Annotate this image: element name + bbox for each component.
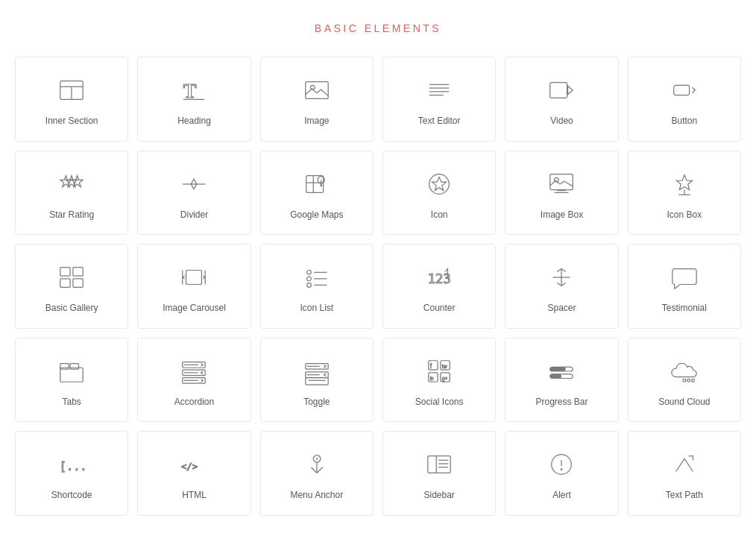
google-maps-icon (300, 168, 333, 201)
button-label: Button (671, 116, 697, 127)
svg-rect-84 (428, 456, 450, 473)
card-image[interactable]: Image (260, 57, 374, 142)
shortcode-label: Shortcode (51, 490, 92, 502)
svg-text:tw: tw (442, 364, 447, 369)
video-label: Video (550, 116, 573, 127)
card-tabs[interactable]: Tabs (15, 338, 128, 423)
svg-text:f: f (430, 362, 432, 370)
star-rating-icon (55, 168, 88, 201)
card-shortcode[interactable]: [...]Shortcode (15, 431, 128, 516)
card-testimonial[interactable]: Testimonial (628, 244, 741, 329)
card-accordion[interactable]: Accordion (137, 338, 251, 423)
card-basic-gallery[interactable]: Basic Gallery (15, 244, 128, 329)
video-icon (545, 74, 578, 107)
tabs-icon (55, 355, 88, 388)
svg-rect-5 (306, 82, 328, 99)
html-label: HTML (182, 490, 207, 502)
card-button[interactable]: Button (628, 57, 741, 142)
svg-point-45 (307, 283, 312, 288)
svg-point-43 (307, 277, 312, 281)
svg-marker-31 (676, 174, 692, 189)
icon-icon (423, 168, 456, 201)
google-maps-label: Google Maps (290, 209, 343, 221)
menu-anchor-label: Menu Anchor (290, 490, 343, 502)
card-progress-bar[interactable]: Progress Bar (505, 338, 618, 423)
testimonial-icon (668, 261, 701, 294)
card-social-icons[interactable]: ftwing+Social Icons (382, 338, 496, 423)
toggle-label: Toggle (303, 397, 330, 409)
svg-rect-37 (73, 279, 83, 287)
testimonial-label: Testimonial (662, 303, 707, 315)
shortcode-icon: [...] (55, 448, 88, 481)
card-heading[interactable]: THeading (137, 57, 251, 142)
svg-point-78 (687, 379, 690, 382)
divider-icon (177, 168, 210, 201)
icon-label: Icon (431, 209, 448, 221)
svg-rect-74 (550, 367, 566, 371)
svg-rect-35 (73, 268, 83, 276)
image-box-label: Image Box (541, 209, 583, 221)
sidebar-label: Sidebar (423, 490, 454, 502)
text-editor-icon (423, 74, 456, 107)
menu-anchor-icon (300, 448, 333, 481)
accordion-label: Accordion (174, 397, 214, 409)
card-google-maps[interactable]: Google Maps (260, 151, 374, 236)
card-icon-box[interactable]: Icon Box (628, 151, 741, 236)
svg-rect-34 (60, 268, 70, 276)
card-image-carousel[interactable]: Image Carousel (137, 244, 251, 329)
svg-marker-12 (568, 86, 573, 94)
image-label: Image (304, 116, 329, 127)
svg-text:in: in (430, 376, 434, 381)
sound-cloud-label: Sound Cloud (658, 397, 710, 409)
card-video[interactable]: Video (505, 57, 618, 142)
svg-text:[...]: [...] (60, 460, 86, 473)
card-sound-cloud[interactable]: Sound Cloud (628, 338, 741, 423)
spacer-icon (545, 261, 578, 294)
svg-rect-51 (60, 363, 69, 369)
section-title: BASIC ELEMENTS (15, 15, 741, 34)
card-text-path[interactable]: Text Path (628, 431, 741, 516)
sound-cloud-icon (668, 355, 701, 388)
card-text-editor[interactable]: Text Editor (382, 57, 496, 142)
card-alert[interactable]: Alert (505, 431, 618, 516)
card-sidebar[interactable]: Sidebar (382, 431, 496, 516)
svg-point-22 (320, 184, 322, 186)
svg-rect-36 (60, 279, 70, 287)
heading-label: Heading (177, 116, 211, 127)
card-html[interactable]: </>HTML (137, 431, 251, 516)
inner-section-label: Inner Section (45, 116, 98, 127)
svg-rect-76 (550, 374, 561, 379)
card-spacer[interactable]: Spacer (505, 244, 618, 329)
image-icon (300, 74, 333, 107)
tabs-label: Tabs (62, 397, 81, 409)
card-counter[interactable]: 123Counter (382, 244, 496, 329)
card-icon-list[interactable]: Icon List (260, 244, 374, 329)
card-inner-section[interactable]: Inner Section (15, 57, 128, 142)
text-path-icon (668, 448, 701, 481)
page-container: BASIC ELEMENTS Inner SectionTHeadingImag… (0, 0, 756, 533)
image-carousel-icon (177, 261, 210, 294)
svg-rect-38 (186, 271, 202, 285)
counter-icon: 123 (423, 261, 456, 294)
counter-label: Counter (423, 303, 456, 315)
card-star-rating[interactable]: Star Rating (15, 151, 128, 236)
icon-list-label: Icon List (300, 303, 333, 315)
html-icon: </> (177, 448, 210, 481)
image-carousel-label: Image Carousel (163, 303, 226, 315)
svg-point-77 (683, 379, 686, 382)
card-toggle[interactable]: Toggle (260, 338, 374, 423)
card-image-box[interactable]: Image Box (505, 151, 618, 236)
icon-list-icon (300, 261, 333, 294)
svg-rect-50 (60, 368, 83, 382)
svg-point-79 (691, 379, 694, 382)
elements-grid: Inner SectionTHeadingImageText EditorVid… (15, 57, 741, 516)
svg-text:T: T (183, 80, 197, 102)
card-menu-anchor[interactable]: Menu Anchor (260, 431, 374, 516)
star-rating-label: Star Rating (49, 209, 94, 221)
text-editor-label: Text Editor (418, 116, 461, 127)
heading-icon: T (177, 74, 210, 107)
svg-rect-13 (674, 85, 690, 95)
card-divider[interactable]: Divider (137, 151, 251, 236)
svg-point-41 (307, 271, 312, 275)
card-icon[interactable]: Icon (382, 151, 496, 236)
